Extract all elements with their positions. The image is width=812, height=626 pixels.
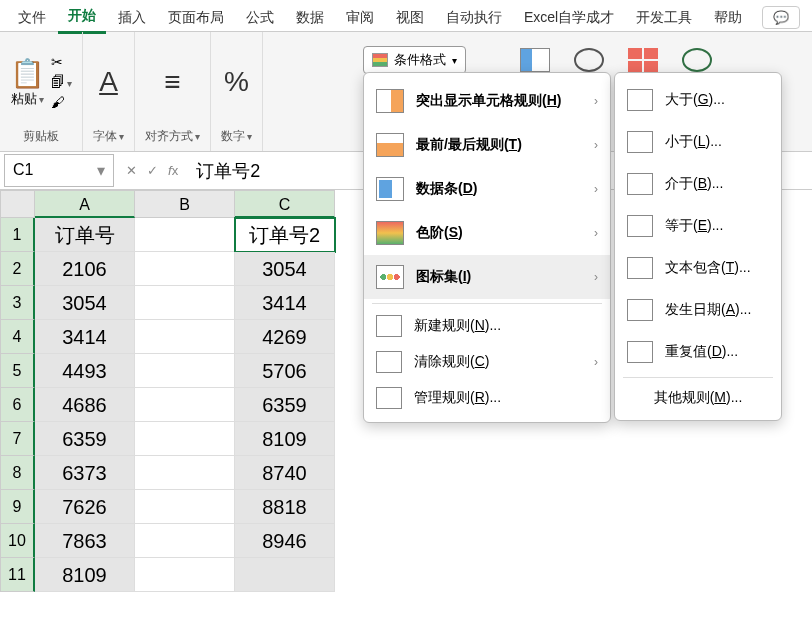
cell[interactable]: 8109 — [235, 422, 335, 456]
tab-文件[interactable]: 文件 — [8, 3, 56, 33]
menu-item[interactable]: 等于(E)... — [615, 205, 781, 247]
row-header[interactable]: 6 — [0, 388, 35, 422]
menu-item[interactable]: 介于(B)... — [615, 163, 781, 205]
menu-item[interactable]: 突出显示单元格规则(H)› — [364, 79, 610, 123]
cell[interactable] — [135, 286, 235, 320]
cell[interactable]: 6359 — [235, 388, 335, 422]
tab-开始[interactable]: 开始 — [58, 1, 106, 34]
cell[interactable] — [135, 422, 235, 456]
fx-icon[interactable]: fx — [168, 163, 178, 178]
col-header-C[interactable]: C — [235, 190, 335, 218]
menu-item[interactable]: 图标集(I)› — [364, 255, 610, 299]
analysis-icon[interactable] — [682, 48, 712, 72]
cell[interactable]: 3414 — [35, 320, 135, 354]
menu-item[interactable]: 清除规则(C)› — [364, 344, 610, 380]
tab-帮助[interactable]: 帮助 — [704, 3, 752, 33]
cell[interactable]: 2106 — [35, 252, 135, 286]
cell[interactable]: 8946 — [235, 524, 335, 558]
cell[interactable]: 7863 — [35, 524, 135, 558]
menu-item[interactable]: 重复值(D)... — [615, 331, 781, 373]
name-box[interactable]: C1 ▾ — [4, 154, 114, 187]
col-header-A[interactable]: A — [35, 190, 135, 218]
tab-数据[interactable]: 数据 — [286, 3, 334, 33]
row-header[interactable]: 3 — [0, 286, 35, 320]
more-rules[interactable]: 其他规则(M)... — [615, 382, 781, 414]
menu-item[interactable]: 数据条(D)› — [364, 167, 610, 211]
alignment-group[interactable]: ≡ 对齐方式 — [135, 32, 211, 151]
format-table-icon[interactable] — [520, 48, 550, 72]
cell[interactable] — [135, 218, 235, 252]
cell[interactable]: 8109 — [35, 558, 135, 592]
menu-item[interactable]: 色阶(S)› — [364, 211, 610, 255]
cell-styles-icon[interactable] — [574, 48, 604, 72]
cell[interactable]: 订单号2 — [235, 218, 335, 252]
cell[interactable]: 7626 — [35, 490, 135, 524]
cell[interactable]: 8818 — [235, 490, 335, 524]
cell[interactable]: 5706 — [235, 354, 335, 388]
menu-item[interactable]: 小于(L)... — [615, 121, 781, 163]
cell[interactable]: 4269 — [235, 320, 335, 354]
chevron-down-icon[interactable]: ▾ — [97, 161, 105, 180]
cell[interactable]: 订单号 — [35, 218, 135, 252]
menu-item[interactable]: 大于(G)... — [615, 79, 781, 121]
rule-icon — [376, 351, 402, 373]
cell[interactable] — [135, 456, 235, 490]
cell[interactable]: 3054 — [235, 252, 335, 286]
tab-视图[interactable]: 视图 — [386, 3, 434, 33]
format-painter-icon[interactable]: 🖌 — [51, 94, 72, 110]
enter-icon[interactable]: ✓ — [147, 163, 158, 178]
row-header[interactable]: 10 — [0, 524, 35, 558]
col-header-B[interactable]: B — [135, 190, 235, 218]
cell[interactable] — [135, 524, 235, 558]
font-group[interactable]: A 字体 — [83, 32, 135, 151]
cell[interactable]: 4493 — [35, 354, 135, 388]
menu-item[interactable]: 新建规则(N)... — [364, 308, 610, 344]
cell[interactable] — [135, 252, 235, 286]
row-header[interactable]: 11 — [0, 558, 35, 592]
tab-Excel自学成才[interactable]: Excel自学成才 — [514, 3, 624, 33]
comments-icon[interactable]: 💬 — [762, 6, 800, 29]
row-header[interactable]: 8 — [0, 456, 35, 490]
number-group[interactable]: % 数字 — [211, 32, 263, 151]
cell[interactable]: 6373 — [35, 456, 135, 490]
paste-button[interactable]: 📋 粘贴 — [10, 57, 45, 108]
cancel-icon[interactable]: ✕ — [126, 163, 137, 178]
menu-item[interactable]: 最前/最后规则(T)› — [364, 123, 610, 167]
tab-自动执行[interactable]: 自动执行 — [436, 3, 512, 33]
rule-icon — [627, 173, 653, 195]
row-header[interactable]: 9 — [0, 490, 35, 524]
cell[interactable] — [135, 354, 235, 388]
tab-页面布局[interactable]: 页面布局 — [158, 3, 234, 33]
cells-icon[interactable] — [628, 48, 658, 72]
cell[interactable]: 3414 — [235, 286, 335, 320]
cell[interactable]: 8740 — [235, 456, 335, 490]
row-header[interactable]: 4 — [0, 320, 35, 354]
row-header[interactable]: 1 — [0, 218, 35, 252]
menu-item[interactable]: 管理规则(R)... — [364, 380, 610, 416]
align-label: 对齐方式 — [145, 128, 200, 145]
cell[interactable] — [135, 490, 235, 524]
tab-插入[interactable]: 插入 — [108, 3, 156, 33]
cut-icon[interactable]: ✂ — [51, 54, 72, 70]
cell[interactable] — [235, 558, 335, 592]
align-icon: ≡ — [164, 66, 180, 98]
cell[interactable]: 4686 — [35, 388, 135, 422]
conditional-formatting-button[interactable]: 条件格式 ▾ — [363, 46, 466, 74]
cell[interactable] — [135, 388, 235, 422]
cell[interactable] — [135, 558, 235, 592]
menu-item[interactable]: 文本包含(T)... — [615, 247, 781, 289]
tab-公式[interactable]: 公式 — [236, 3, 284, 33]
row-header[interactable]: 5 — [0, 354, 35, 388]
cell[interactable]: 3054 — [35, 286, 135, 320]
cell[interactable]: 6359 — [35, 422, 135, 456]
tab-审阅[interactable]: 审阅 — [336, 3, 384, 33]
row-header[interactable]: 2 — [0, 252, 35, 286]
ribbon-tabs: 文件开始插入页面布局公式数据审阅视图自动执行Excel自学成才开发工具帮助💬 — [0, 0, 812, 32]
cell[interactable] — [135, 320, 235, 354]
row-header[interactable]: 7 — [0, 422, 35, 456]
namebox-value: C1 — [13, 161, 33, 180]
copy-icon[interactable]: 🗐 — [51, 74, 72, 90]
tab-开发工具[interactable]: 开发工具 — [626, 3, 702, 33]
menu-item[interactable]: 发生日期(A)... — [615, 289, 781, 331]
select-all-corner[interactable] — [0, 190, 35, 218]
